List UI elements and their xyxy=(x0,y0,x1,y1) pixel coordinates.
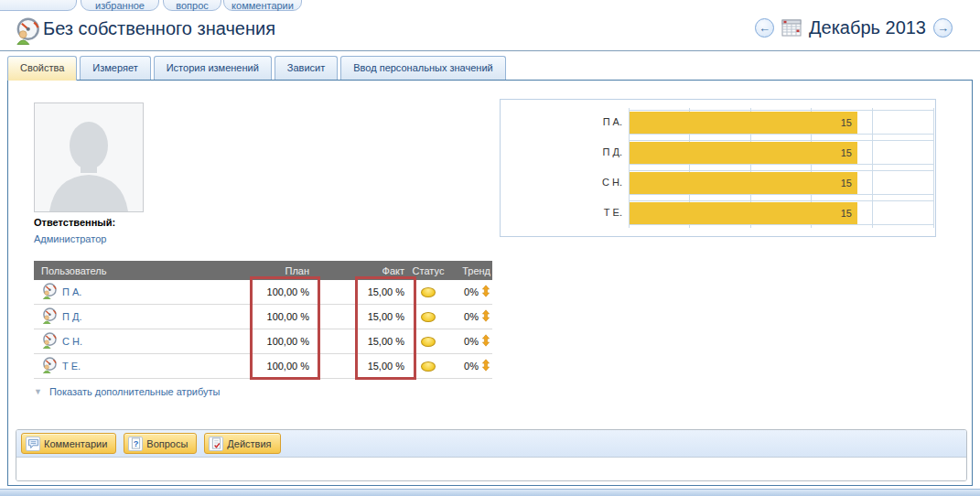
user-link[interactable]: П А. xyxy=(62,286,81,297)
status-yellow-icon xyxy=(421,337,436,347)
responsible-name-link[interactable]: Администратор xyxy=(34,233,106,244)
tab-depends[interactable]: Зависит xyxy=(275,56,338,80)
tab-bar: Свойства Измеряет История изменений Зави… xyxy=(7,56,506,81)
bar-value-label: 15 xyxy=(841,147,852,158)
question-icon: ? xyxy=(128,437,143,451)
comments-button-label: Комментарии xyxy=(44,438,107,449)
next-period-button[interactable]: → xyxy=(933,18,953,38)
chart-bar: 15 xyxy=(630,172,857,194)
trend-value: 0% xyxy=(464,286,479,297)
actions-button-label: Действия xyxy=(227,438,271,449)
gauge-user-icon xyxy=(41,283,58,301)
status-yellow-icon xyxy=(421,287,436,297)
comments-panel-body xyxy=(16,458,966,481)
questions-button-label: Вопросы xyxy=(146,438,188,449)
bar-value-label: 15 xyxy=(841,178,852,189)
comments-panel-header: Комментарии ? Вопросы xyxy=(16,430,966,458)
status-yellow-icon xyxy=(421,361,436,372)
tab-change-history[interactable]: История изменений xyxy=(154,56,272,80)
main-panel: Ответственный: Администратор Пользовател… xyxy=(7,80,973,486)
period-label: Декабрь 2013 xyxy=(809,17,926,38)
trend-value: 0% xyxy=(464,361,479,372)
col-header-user: Пользователь xyxy=(34,265,218,276)
top-tab-favorites[interactable]: избранное xyxy=(81,0,159,11)
fact-highlight-box xyxy=(355,276,416,380)
user-link[interactable]: П Д. xyxy=(62,311,81,322)
trend-value: 0% xyxy=(464,336,479,347)
gauge-user-icon xyxy=(41,357,58,375)
tab-personal-values[interactable]: Ввод персональных значений xyxy=(340,56,505,80)
prev-period-button[interactable]: ← xyxy=(755,18,774,38)
chart-band: 15 xyxy=(629,140,934,165)
avatar xyxy=(34,102,144,212)
top-tab-question[interactable]: вопрос xyxy=(163,0,221,11)
header-divider xyxy=(0,50,980,51)
calendar-icon[interactable] xyxy=(781,18,802,38)
col-header-fact: Факт xyxy=(309,265,410,276)
status-yellow-icon xyxy=(421,312,436,322)
tab-measures[interactable]: Измеряет xyxy=(80,56,150,80)
chart-band: 15 xyxy=(629,110,934,135)
period-selector: ← Декабрь 2013 → xyxy=(755,17,953,38)
show-attributes-link[interactable]: ▼ Показать дополнительные атрибуты xyxy=(34,386,220,397)
page-footer-strip xyxy=(0,489,980,496)
trend-value: 0% xyxy=(464,311,479,322)
chart-category-label: П Д. xyxy=(501,140,622,165)
bar-value-label: 15 xyxy=(841,117,852,128)
actions-icon xyxy=(209,437,223,451)
user-link[interactable]: С Н. xyxy=(62,336,82,347)
chart-band: 15 xyxy=(629,170,934,195)
chart-bar: 15 xyxy=(630,142,857,164)
trend-up-down-icon xyxy=(481,334,490,349)
users-bar-chart: П А. П Д. С Н. Т Е. 15 15 15 15 xyxy=(500,99,936,237)
chart-band: 15 xyxy=(629,200,934,225)
collapse-triangle-icon: ▼ xyxy=(34,387,42,396)
col-header-plan: План xyxy=(218,265,309,276)
comments-button[interactable]: Комментарии xyxy=(21,433,116,454)
plan-highlight-box xyxy=(250,276,320,380)
gauge-user-icon xyxy=(41,332,58,350)
show-attributes-label: Показать дополнительные атрибуты xyxy=(49,386,220,397)
trend-up-down-icon xyxy=(481,359,490,373)
chart-bar: 15 xyxy=(630,202,857,224)
chart-category-label: Т Е. xyxy=(501,200,622,225)
svg-text:?: ? xyxy=(133,439,138,448)
col-header-trend: Тренд xyxy=(447,265,492,276)
chart-bar: 15 xyxy=(630,112,857,134)
tab-properties[interactable]: Свойства xyxy=(7,56,77,81)
chart-category-label: С Н. xyxy=(501,170,622,195)
comments-panel: Комментарии ? Вопросы xyxy=(16,429,967,481)
gauge-user-icon xyxy=(14,17,41,47)
bar-value-label: 15 xyxy=(841,208,852,219)
gauge-user-icon xyxy=(41,307,58,326)
user-link[interactable]: Т Е. xyxy=(62,361,81,372)
col-header-status: Статус xyxy=(410,265,447,276)
trend-up-down-icon xyxy=(481,309,490,324)
trend-up-down-icon xyxy=(481,285,490,299)
top-tab-partial[interactable] xyxy=(0,0,77,11)
questions-button[interactable]: ? Вопросы xyxy=(124,433,197,454)
actions-button[interactable]: Действия xyxy=(204,433,280,454)
chart-plot-area: 15 15 15 15 xyxy=(629,108,934,228)
page-title: Без собственного значения xyxy=(43,18,275,39)
responsible-label: Ответственный: xyxy=(34,217,115,228)
top-tab-comments[interactable]: комментарии xyxy=(223,0,302,11)
comment-icon xyxy=(26,437,40,451)
chart-category-label: П А. xyxy=(501,110,622,135)
